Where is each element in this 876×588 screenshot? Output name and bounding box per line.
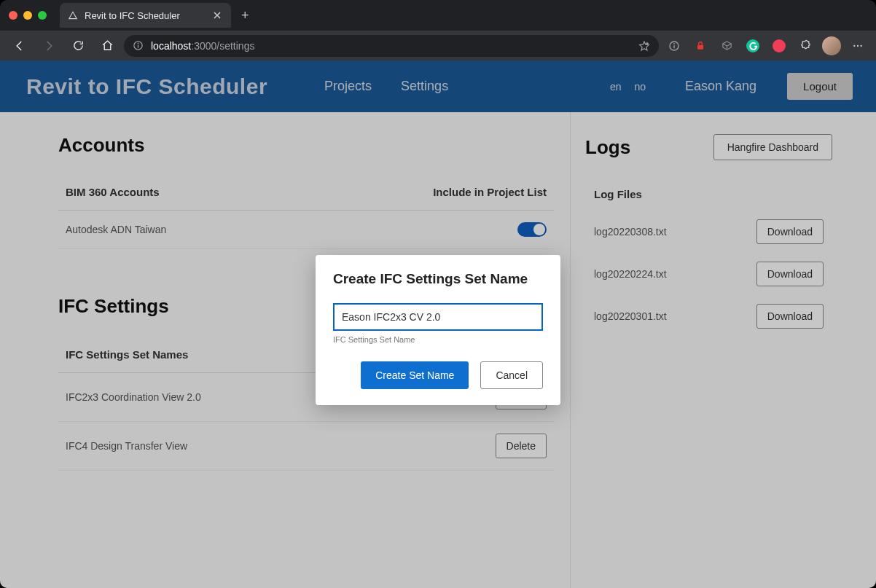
- url-text: localhost:3000/settings: [151, 40, 254, 52]
- dialog-helper: IFC Settings Set Name: [333, 335, 543, 344]
- svg-point-13: [857, 44, 859, 46]
- puzzle-extension-icon[interactable]: [794, 35, 816, 57]
- cancel-button[interactable]: Cancel: [480, 361, 543, 389]
- svg-point-4: [138, 43, 138, 44]
- forward-button: [36, 34, 61, 58]
- svg-rect-11: [697, 44, 703, 49]
- tab-close-icon[interactable]: [211, 9, 224, 22]
- overflow-menu-icon[interactable]: [847, 35, 869, 57]
- svg-point-12: [853, 44, 855, 46]
- create-ifc-set-dialog: Create IFC Settings Set Name IFC Setting…: [316, 255, 560, 405]
- site-info-icon[interactable]: [133, 40, 144, 51]
- window-minimize-icon[interactable]: [23, 11, 32, 20]
- browser-chrome: Revit to IFC Scheduler + localhost:3000/…: [0, 0, 876, 60]
- reload-button[interactable]: [66, 34, 90, 58]
- new-tab-button[interactable]: +: [231, 8, 259, 23]
- grammarly-extension-icon[interactable]: [746, 39, 759, 52]
- create-set-button[interactable]: Create Set Name: [361, 361, 469, 389]
- svg-point-10: [674, 43, 675, 44]
- tab-favicon-icon: [67, 9, 79, 21]
- dialog-title: Create IFC Settings Set Name: [333, 271, 543, 287]
- profile-avatar[interactable]: [821, 35, 842, 57]
- ifc-set-name-input[interactable]: [333, 303, 543, 331]
- info-extension-icon[interactable]: [663, 35, 685, 57]
- bookmark-star-icon[interactable]: [638, 40, 650, 52]
- home-button[interactable]: [95, 34, 120, 58]
- browser-toolbar: localhost:3000/settings: [0, 31, 876, 60]
- window-controls[interactable]: [9, 11, 47, 20]
- back-button[interactable]: [7, 34, 32, 58]
- window-close-icon[interactable]: [9, 11, 17, 20]
- cube-extension-icon[interactable]: [716, 35, 738, 57]
- address-bar[interactable]: localhost:3000/settings: [124, 35, 659, 57]
- window-fullscreen-icon[interactable]: [38, 11, 47, 20]
- browser-tab[interactable]: Revit to IFC Scheduler: [60, 3, 231, 28]
- lock-extension-icon[interactable]: [689, 35, 711, 57]
- tab-strip: Revit to IFC Scheduler +: [0, 0, 876, 31]
- svg-point-14: [861, 44, 862, 46]
- tab-title: Revit to IFC Scheduler: [85, 10, 180, 21]
- red-extension-icon[interactable]: [773, 39, 786, 52]
